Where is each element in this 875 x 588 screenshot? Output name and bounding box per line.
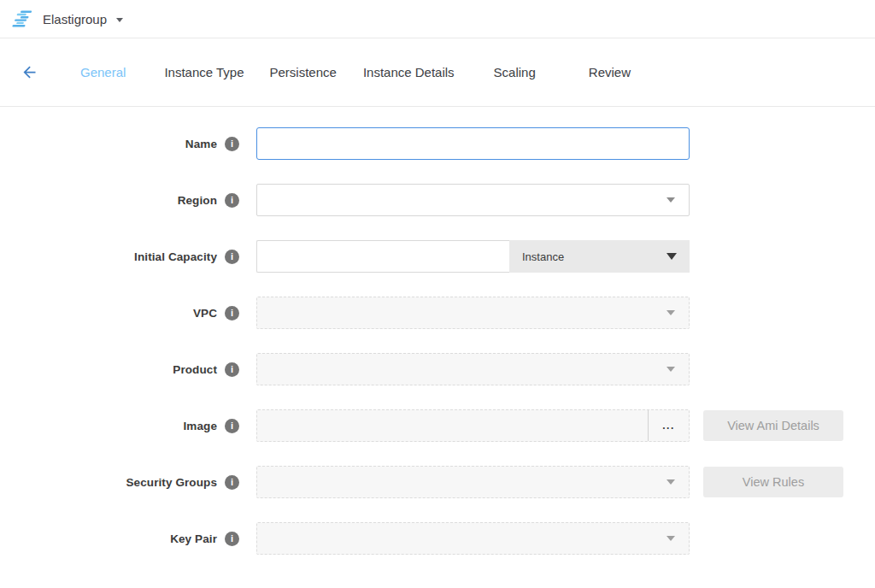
elastigroup-logo-icon: [11, 9, 33, 29]
info-icon[interactable]: i: [225, 419, 239, 433]
chevron-down-icon: [667, 367, 675, 372]
info-icon[interactable]: i: [225, 250, 239, 264]
info-icon[interactable]: i: [225, 532, 239, 546]
image-label: Image: [183, 420, 217, 432]
view-rules-button: View Rules: [703, 467, 843, 497]
chevron-down-icon: [667, 310, 675, 315]
info-icon[interactable]: i: [225, 193, 239, 208]
region-label: Region: [178, 194, 217, 207]
capacity-unit-value: Instance: [522, 250, 564, 263]
chevron-down-icon: [667, 536, 675, 541]
security-groups-select: [256, 466, 690, 498]
region-select[interactable]: [256, 184, 690, 216]
info-icon[interactable]: i: [225, 306, 239, 320]
arrow-back-icon: [21, 63, 38, 81]
initial-capacity-label: Initial Capacity: [134, 250, 217, 263]
product-select: [256, 353, 690, 385]
product-switcher[interactable]: Elastigroup: [11, 9, 123, 29]
vpc-label: VPC: [193, 307, 217, 320]
capacity-unit-select[interactable]: Instance: [509, 240, 690, 273]
vpc-select: [256, 297, 690, 329]
form-row-image: Image i ... View Ami Details: [0, 409, 875, 442]
form-row-security-groups: Security Groups i View Rules: [0, 466, 875, 498]
view-ami-details-button: View Ami Details: [703, 410, 843, 441]
general-settings-form: Name i Region i Initial Capacity i: [0, 107, 875, 555]
info-icon[interactable]: i: [225, 137, 239, 151]
elastigroup-wizard-page: Elastigroup General Instance Type Persis…: [0, 0, 875, 588]
initial-capacity-input[interactable]: [256, 240, 509, 273]
wizard-tabs: General Instance Type Persistence Instan…: [80, 65, 631, 79]
chevron-down-icon: [667, 253, 677, 260]
form-row-region: Region i: [0, 184, 875, 216]
product-name: Elastigroup: [43, 12, 107, 26]
chevron-down-icon: [667, 197, 675, 203]
wizard-tabbar: General Instance Type Persistence Instan…: [0, 38, 875, 107]
product-label: Product: [173, 363, 217, 376]
tab-instance-details[interactable]: Instance Details: [363, 65, 455, 79]
security-groups-label: Security Groups: [126, 476, 217, 489]
form-row-product: Product i: [0, 353, 875, 385]
info-icon[interactable]: i: [225, 475, 239, 490]
tab-persistence[interactable]: Persistence: [270, 65, 337, 79]
back-button[interactable]: [19, 62, 39, 83]
form-row-name: Name i: [0, 127, 875, 160]
tab-instance-type[interactable]: Instance Type: [164, 65, 244, 79]
tab-scaling[interactable]: Scaling: [494, 65, 536, 79]
key-pair-select: [256, 522, 690, 555]
form-row-initial-capacity: Initial Capacity i Instance: [0, 240, 875, 273]
topbar: Elastigroup: [0, 0, 875, 38]
form-row-key-pair: Key Pair i: [0, 522, 875, 555]
chevron-down-icon: [116, 18, 123, 22]
info-icon[interactable]: i: [225, 362, 239, 377]
name-input[interactable]: [256, 127, 690, 160]
chevron-down-icon: [667, 479, 675, 485]
tab-review[interactable]: Review: [589, 65, 631, 79]
form-row-vpc: VPC i: [0, 297, 875, 329]
image-input: ...: [256, 409, 690, 442]
browse-image-button: ...: [648, 410, 689, 441]
key-pair-label: Key Pair: [170, 532, 217, 545]
tab-general[interactable]: General: [80, 65, 126, 79]
name-label: Name: [185, 138, 217, 150]
